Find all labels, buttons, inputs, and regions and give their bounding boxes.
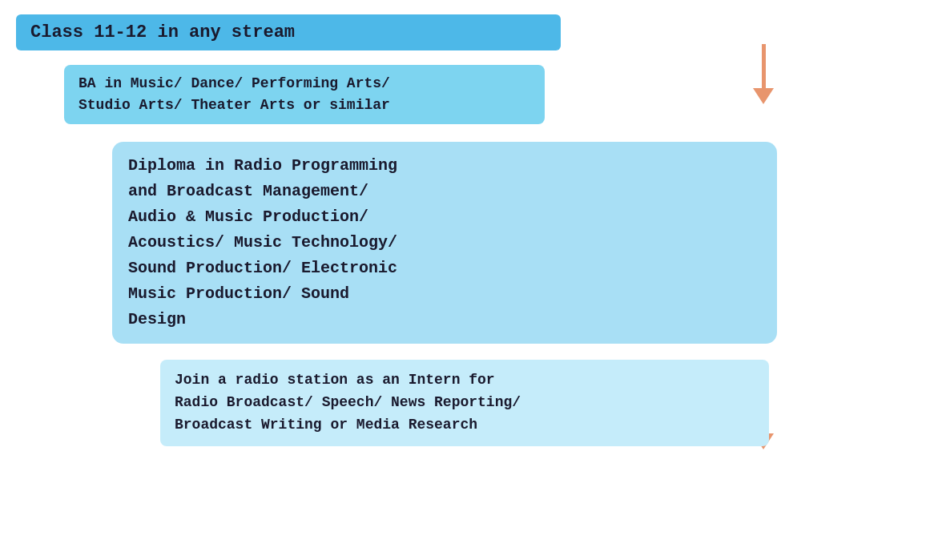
main-diagram: Class 11-12 in any stream BA in Music/ D… (0, 0, 926, 560)
arrow-1 (753, 44, 774, 104)
box-ba-arts: BA in Music/ Dance/ Performing Arts/ Stu… (64, 65, 545, 124)
arrow-1-line (762, 44, 766, 88)
box-diploma: Diploma in Radio Programming and Broadca… (112, 142, 777, 344)
box4-text: Join a radio station as an Intern for Ra… (175, 372, 521, 433)
box-class-11-12: Class 11-12 in any stream (16, 14, 561, 50)
box-intern: Join a radio station as an Intern for Ra… (160, 360, 769, 446)
box2-text: BA in Music/ Dance/ Performing Arts/ Stu… (79, 75, 390, 113)
arrow-1-head (753, 88, 774, 104)
box1-text: Class 11-12 in any stream (30, 22, 295, 42)
box3-text: Diploma in Radio Programming and Broadca… (128, 156, 397, 328)
